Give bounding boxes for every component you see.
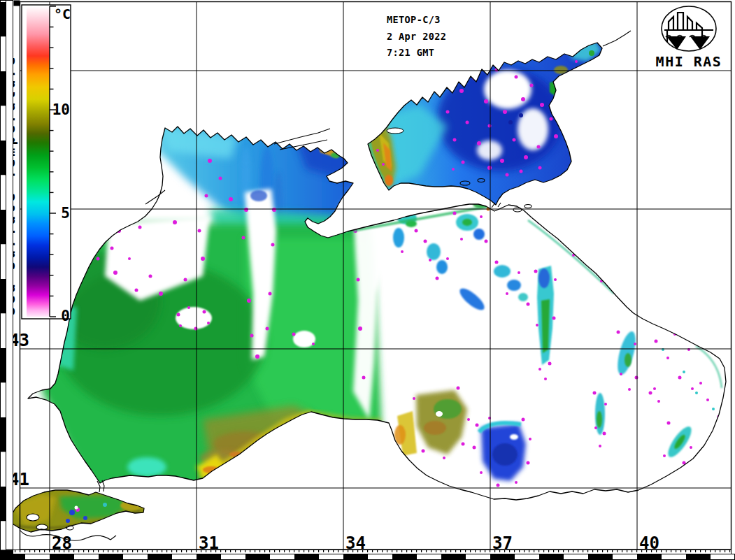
azov-island xyxy=(387,128,404,134)
colorbar-unit: °C xyxy=(54,6,71,22)
ruler-top-block xyxy=(14,1,20,6)
left-degree-ruler xyxy=(1,1,6,560)
logo-org-label: MHI RAS xyxy=(656,53,722,70)
western-basin xyxy=(38,224,381,493)
satellite-label: METOP-C/3 xyxy=(387,14,441,25)
sea-of-azov-raster xyxy=(364,38,608,210)
date-label: 2 Apr 2022 xyxy=(387,31,446,42)
sst-map-figure: °C 10 5 0 Sea Surface Temperature METOP-… xyxy=(0,0,735,560)
left-minor-tick-ruler xyxy=(6,1,13,550)
colorbar-tick-10: 10 xyxy=(52,101,70,118)
time-label: 7:21 GMT xyxy=(387,47,434,58)
sst-map-page: °C 10 5 0 Sea Surface Temperature METOP-… xyxy=(0,0,735,560)
colorbar-gradient-strip xyxy=(27,6,50,317)
colorbar-tick-5: 5 xyxy=(61,205,70,222)
logo-circle-icon xyxy=(662,6,716,51)
logo-left-wing-icon xyxy=(666,36,686,50)
header-annotation: METOP-C/3 2 Apr 2022 7:21 GMT xyxy=(387,14,446,58)
mhi-ras-logo: MHI RAS xyxy=(656,6,722,70)
logo-right-wing-icon xyxy=(690,36,710,50)
ruler-corner-block xyxy=(1,550,13,554)
bottom-minor-tick-ruler xyxy=(13,550,732,554)
colorbar-tick-0: 0 xyxy=(61,308,70,324)
bottom-degree-ruler xyxy=(1,554,735,560)
